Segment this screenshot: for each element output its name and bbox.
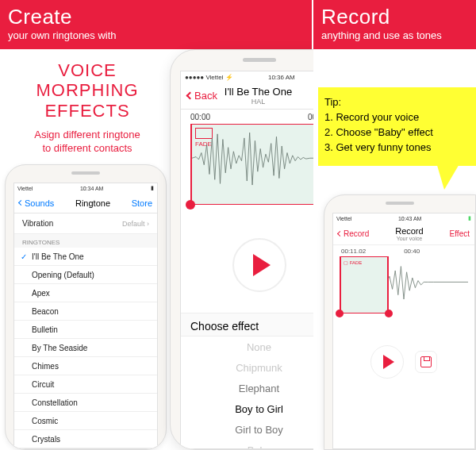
- ringtone-row[interactable]: Cosmic: [14, 412, 157, 430]
- nav-title-group: I'll Be The One HAL: [225, 86, 292, 106]
- chevron-left-icon: [18, 200, 24, 206]
- tip-line: 3. Get very funny tones: [324, 140, 470, 156]
- carrier-label: Viettel: [336, 216, 351, 221]
- tip-line: 1. Record your voice: [324, 110, 470, 125]
- play-icon: [383, 355, 394, 369]
- tip-callout: Tip: 1. Record your voice 2. Choose "Bab…: [318, 87, 476, 166]
- clock-label: 10:36 AM: [268, 74, 295, 81]
- chevron-left-icon: [186, 92, 194, 100]
- effect-button[interactable]: Effect: [450, 229, 470, 238]
- voice-morphing-block: VOICE MORPHING EFFECTS Asign different r…: [8, 60, 167, 156]
- vibration-value: Default ›: [122, 220, 149, 228]
- ringtone-row[interactable]: Opening (Default): [14, 266, 157, 284]
- banner-title: Create: [8, 5, 304, 29]
- phone-earpiece: [71, 171, 100, 175]
- play-button[interactable]: [370, 345, 404, 379]
- tip-line: 2. Choose "Baby" effect: [324, 125, 470, 140]
- create-banner: Create your own ringtones with: [0, 0, 312, 49]
- waveform-icon: [192, 125, 326, 192]
- nav-subtitle: Your voice: [395, 236, 423, 241]
- time-b: 00:40: [404, 248, 420, 255]
- nav-subtitle: HAL: [225, 98, 292, 106]
- status-bar: Viettel 10:34 AM ▮: [14, 183, 157, 193]
- ringtone-row[interactable]: Beacon: [14, 302, 157, 321]
- vibration-label: Vibration: [22, 219, 53, 228]
- save-icon: [420, 356, 432, 367]
- controls-row: [333, 345, 474, 379]
- waveform-area[interactable]: ▢ FADE: [340, 256, 468, 313]
- vme-line: EFFECTS: [8, 101, 167, 121]
- ringtone-row[interactable]: Circuit: [14, 375, 157, 394]
- carrier-label: Viettel: [17, 186, 33, 191]
- fade-label: ▢ FADE: [344, 260, 362, 265]
- battery-icon: ▮: [151, 185, 154, 191]
- banner-subtitle: anything and use as tones: [321, 29, 468, 41]
- trim-handles: [340, 313, 468, 325]
- nav-title: Ringtone: [75, 198, 110, 208]
- back-button[interactable]: Back: [187, 90, 217, 102]
- play-button[interactable]: [232, 238, 286, 292]
- right-panel: Record anything and use as tones Tip: 1.…: [313, 0, 476, 450]
- ringtone-row[interactable]: Bulletin: [14, 321, 157, 339]
- vibration-row[interactable]: Vibration Default ›: [14, 213, 157, 234]
- banner-subtitle: your own ringtones with: [8, 29, 304, 41]
- nav-bar: Sounds Ringtone Store: [14, 193, 157, 213]
- nav-title: Record: [395, 226, 423, 236]
- clock-label: 10:34 AM: [80, 186, 104, 191]
- tip-heading: Tip:: [324, 95, 470, 110]
- play-icon: [253, 254, 271, 276]
- ringtone-row[interactable]: I'll Be The One: [14, 248, 157, 266]
- clock-label: 10:43 AM: [398, 216, 422, 221]
- vme-sub: Asign different ringtoneto different con…: [8, 129, 167, 156]
- section-header: RINGTONES: [14, 234, 157, 248]
- waveform-selection[interactable]: FADE: [190, 124, 328, 205]
- ringtone-row[interactable]: Apex: [14, 284, 157, 302]
- phone-screen: Viettel 10:34 AM ▮ Sounds Ringtone Store…: [13, 183, 158, 449]
- vme-line: VOICE: [8, 60, 167, 80]
- phone-screen: Viettel 10:43 AM ▮ Record Record Your vo…: [332, 213, 475, 449]
- time-labels: 00:11.02 00:40: [333, 245, 474, 256]
- waveform-selection[interactable]: ▢ FADE: [340, 256, 389, 313]
- nav-bar: Record Record Your voice Effect: [333, 223, 474, 245]
- save-button[interactable]: [415, 351, 437, 373]
- phone-small: Viettel 10:34 AM ▮ Sounds Ringtone Store…: [5, 164, 167, 450]
- time-a: 00:11.02: [341, 248, 366, 255]
- time-start: 00:00: [190, 113, 210, 121]
- phone-earpiece: [386, 202, 414, 205]
- ringtone-row[interactable]: Crystals: [14, 430, 157, 448]
- banner-title: Record: [321, 5, 468, 29]
- phone-earpiece: [243, 58, 276, 62]
- nav-title: I'll Be The One: [225, 86, 292, 98]
- status-bar: Viettel 10:43 AM ▮: [333, 213, 474, 223]
- phone-right: Viettel 10:43 AM ▮ Record Record Your vo…: [324, 194, 476, 450]
- vme-line: MORPHING: [8, 80, 167, 100]
- carrier-label: ●●●●● Viettel ⚡: [185, 74, 233, 81]
- ringtone-row[interactable]: By The Seaside: [14, 339, 157, 357]
- trim-handle-left[interactable]: [186, 200, 195, 210]
- back-button[interactable]: Sounds: [19, 198, 54, 208]
- trim-handle-left[interactable]: [336, 310, 344, 317]
- store-button[interactable]: Store: [132, 198, 152, 208]
- trim-handle-right[interactable]: [385, 310, 393, 317]
- chevron-left-icon: [337, 231, 343, 237]
- ringtone-row[interactable]: Chimes: [14, 357, 157, 375]
- nav-title-group: Record Your voice: [395, 226, 423, 241]
- left-panel: Create your own ringtones with VOICE MOR…: [0, 0, 313, 450]
- record-back-button[interactable]: Record: [338, 229, 369, 238]
- record-banner: Record anything and use as tones: [313, 0, 476, 49]
- trim-handles: [190, 205, 328, 219]
- ringtone-row[interactable]: Constellation: [14, 394, 157, 412]
- battery-icon: ▮: [468, 215, 471, 221]
